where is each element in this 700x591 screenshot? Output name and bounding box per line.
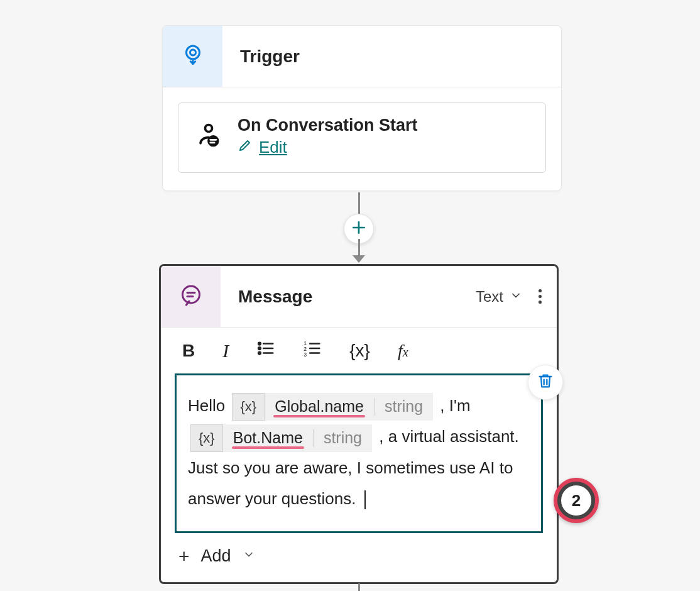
italic-button[interactable]: I	[222, 340, 229, 362]
trigger-icon-cell	[163, 26, 222, 87]
message-header: Message Text	[161, 266, 557, 328]
numbered-list-button[interactable]: 1 2 3	[303, 339, 322, 362]
svg-point-0	[186, 46, 199, 59]
insert-formula-button[interactable]: fx	[398, 341, 408, 361]
message-title: Message	[238, 287, 476, 307]
add-label: Add	[201, 546, 231, 566]
chevron-down-icon	[510, 288, 522, 306]
message-editor-wrap: Hello {x} Global.name string , I'm {x} B…	[161, 373, 557, 533]
bullet-list-button[interactable]	[256, 339, 275, 362]
variable-icon: {x}	[232, 393, 265, 421]
message-card: Message Text B I	[159, 264, 559, 584]
variable-name: Bot.Name	[223, 424, 313, 452]
annotation-badge: 2	[554, 478, 599, 523]
trigger-body: On Conversation Start Edit	[163, 87, 561, 191]
trigger-event-box[interactable]: On Conversation Start Edit	[178, 102, 546, 173]
svg-point-1	[190, 50, 195, 55]
trigger-event-text: On Conversation Start Edit	[238, 116, 418, 157]
connector-arrowhead	[353, 255, 365, 263]
view-mode-label: Text	[476, 288, 503, 306]
svg-point-12	[258, 343, 261, 345]
insert-variable-button[interactable]: {x}	[349, 341, 370, 361]
bold-button[interactable]: B	[182, 341, 195, 361]
variable-chip-bot-name[interactable]: {x} Bot.Name string	[190, 424, 372, 452]
message-icon-cell	[161, 266, 221, 327]
text-segment: Hello	[188, 396, 229, 415]
pencil-icon	[238, 138, 253, 157]
variable-type: string	[375, 393, 433, 421]
text-segment: , I'm	[440, 396, 470, 415]
svg-point-14	[258, 352, 261, 355]
text-cursor	[364, 490, 366, 509]
plus-icon: +	[178, 546, 190, 567]
variable-chip-global-name[interactable]: {x} Global.name string	[232, 393, 433, 421]
trigger-card: Trigger On Conversation Start	[162, 25, 562, 191]
view-mode-dropdown[interactable]: Text	[476, 288, 522, 306]
edit-link-label: Edit	[259, 138, 287, 157]
trigger-header: Trigger	[163, 26, 561, 87]
message-header-right: Text	[476, 287, 557, 306]
variable-icon: {x}	[190, 424, 223, 452]
add-variation-button[interactable]: + Add	[161, 533, 557, 582]
connector-line	[358, 239, 360, 257]
trash-icon	[537, 372, 554, 392]
annotation-badge-number: 2	[561, 485, 591, 516]
plus-icon	[351, 219, 367, 238]
svg-point-3	[205, 125, 212, 132]
message-editor[interactable]: Hello {x} Global.name string , I'm {x} B…	[175, 373, 543, 533]
variable-type: string	[314, 424, 372, 452]
connector-line	[358, 583, 360, 591]
conversation-user-icon	[195, 121, 222, 152]
chat-bubble-icon	[180, 284, 202, 309]
trigger-icon	[182, 44, 204, 69]
svg-point-4	[207, 135, 219, 146]
variable-name: Global.name	[265, 393, 374, 421]
delete-content-button[interactable]	[528, 365, 563, 400]
svg-point-9	[182, 286, 199, 303]
edit-link[interactable]: Edit	[238, 138, 287, 157]
trigger-event-title: On Conversation Start	[238, 116, 418, 135]
chevron-down-icon	[243, 548, 255, 564]
connector-line	[358, 192, 360, 216]
svg-point-13	[258, 347, 261, 350]
trigger-title: Trigger	[240, 47, 300, 67]
svg-text:3: 3	[304, 351, 307, 358]
more-actions-button[interactable]	[536, 287, 544, 306]
editor-toolbar: B I 1 2 3 {x} fx	[161, 328, 557, 373]
